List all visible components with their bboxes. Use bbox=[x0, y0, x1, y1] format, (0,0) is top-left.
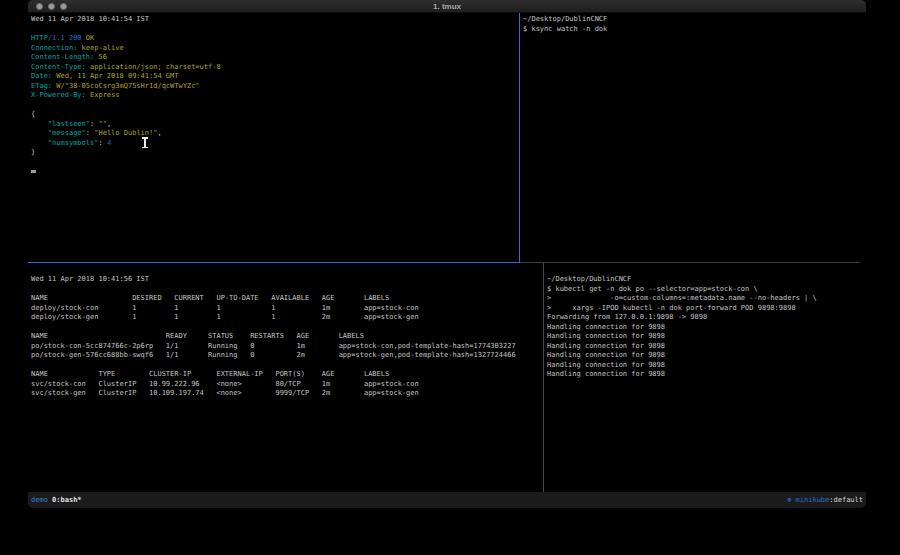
terminal-line bbox=[31, 167, 522, 177]
terminal-line bbox=[31, 25, 522, 35]
terminal-line: deploy/stock-gen 1 1 1 1 2m app=stock-ge… bbox=[31, 313, 546, 323]
terminal-line: "message": "Hello Dublin!", bbox=[31, 129, 522, 139]
status-left: demo 0:bash* bbox=[31, 492, 82, 508]
terminal-line: HTTP/1.1 200 OK bbox=[31, 34, 522, 44]
window-title: 1. tmux bbox=[28, 0, 866, 13]
terminal-line: Wed 11 Apr 2018 10:41:54 IST bbox=[31, 15, 522, 25]
pane-port-forward[interactable]: ~/Desktop/DublinCNCF$ kubectl get -n dok… bbox=[544, 263, 869, 504]
terminal-line: ~/Desktop/DublinCNCF bbox=[523, 15, 869, 25]
terminal-line: Connection: keep-alive bbox=[31, 44, 522, 54]
terminal-line: NAME DESIRED CURRENT UP-TO-DATE AVAILABL… bbox=[31, 294, 546, 304]
kube-context-name: minikube bbox=[796, 496, 830, 504]
terminal-line: po/stock-gen-576cc688bb-swqf6 1/1 Runnin… bbox=[31, 351, 546, 361]
terminal-line bbox=[31, 101, 522, 111]
terminal-line: Wed 11 Apr 2018 10:41:56 IST bbox=[31, 275, 546, 285]
terminal-line: "lastseen": "", bbox=[31, 120, 522, 130]
pane-ksync-watch[interactable]: ~/Desktop/DublinCNCF$ ksync watch -n dok bbox=[520, 13, 869, 264]
terminal-line: > xargs -IPOD kubectl -n dok port-forwar… bbox=[547, 304, 869, 314]
terminal-line: svc/stock-gen ClusterIP 10.109.197.74 <n… bbox=[31, 389, 546, 399]
kube-namespace: :default bbox=[829, 496, 863, 504]
terminal-line: NAME READY STATUS RESTARTS AGE LABELS bbox=[31, 332, 546, 342]
terminal-line: ~/Desktop/DublinCNCF bbox=[547, 275, 869, 285]
terminal-line: ETag: W/"38-05coCsrg3mQ75sHr1d/qcWTwYZc" bbox=[31, 82, 522, 92]
terminal-line: Date: Wed, 11 Apr 2018 09:41:54 GMT bbox=[31, 72, 522, 82]
terminal-line: Handling connection for 9898 bbox=[547, 351, 869, 361]
terminal-line: Handling connection for 9898 bbox=[547, 323, 869, 333]
window-titlebar[interactable]: 1. tmux bbox=[28, 0, 866, 13]
window-tab-bash[interactable]: 0:bash* bbox=[52, 496, 82, 504]
terminal-line: $ ksync watch -n dok bbox=[523, 25, 869, 35]
ibeam-mouse-cursor bbox=[144, 138, 146, 147]
pane-http-response[interactable]: Wed 11 Apr 2018 10:41:54 IST HTTP/1.1 20… bbox=[28, 13, 522, 264]
terminal-line: po/stock-con-5cc874766c-2p6rp 1/1 Runnin… bbox=[31, 342, 546, 352]
terminal-line: NAME TYPE CLUSTER-IP EXTERNAL-IP PORT(S)… bbox=[31, 370, 546, 380]
terminal-line: svc/stock-con ClusterIP 10.99.222.96 <no… bbox=[31, 380, 546, 390]
terminal-line: } bbox=[31, 148, 522, 158]
terminal-line: $ kubectl get -n dok po --selector=app=s… bbox=[547, 285, 869, 295]
terminal-line: Handling connection for 9898 bbox=[547, 332, 869, 342]
terminal-line bbox=[31, 285, 546, 295]
terminal-line: Handling connection for 9898 bbox=[547, 342, 869, 352]
status-right: ⊛ minikube:default bbox=[787, 492, 863, 508]
terminal-line: Forwarding from 127.0.0.1:9898 -> 9898 bbox=[547, 313, 869, 323]
terminal-line: "numsymbols": 4 bbox=[31, 139, 522, 149]
terminal-line: { bbox=[31, 110, 522, 120]
terminal-line bbox=[31, 323, 546, 333]
tmux-status-bar: demo 0:bash* ⊛ minikube:default bbox=[28, 492, 866, 508]
terminal-line: Handling connection for 9898 bbox=[547, 370, 869, 380]
terminal-line bbox=[31, 158, 522, 168]
terminal-line: > -o=custom-columns=:metadata.name --no-… bbox=[547, 294, 869, 304]
pane-kubectl-get[interactable]: Wed 11 Apr 2018 10:41:56 IST NAME DESIRE… bbox=[28, 263, 546, 504]
terminal-line: Content-Length: 56 bbox=[31, 53, 522, 63]
terminal-line bbox=[31, 361, 546, 371]
terminal-line: Content-Type: application/json; charset=… bbox=[31, 63, 522, 73]
terminal-window: 1. tmux Wed 11 Apr 2018 10:41:54 IST HTT… bbox=[28, 0, 866, 508]
terminal-line: X-Powered-By: Express bbox=[31, 91, 522, 101]
tmux-terminal: Wed 11 Apr 2018 10:41:54 IST HTTP/1.1 20… bbox=[28, 13, 866, 492]
terminal-line: Handling connection for 9898 bbox=[547, 361, 869, 371]
session-name: demo bbox=[31, 496, 48, 504]
terminal-line: deploy/stock-con 1 1 1 1 1m app=stock-co… bbox=[31, 304, 546, 314]
